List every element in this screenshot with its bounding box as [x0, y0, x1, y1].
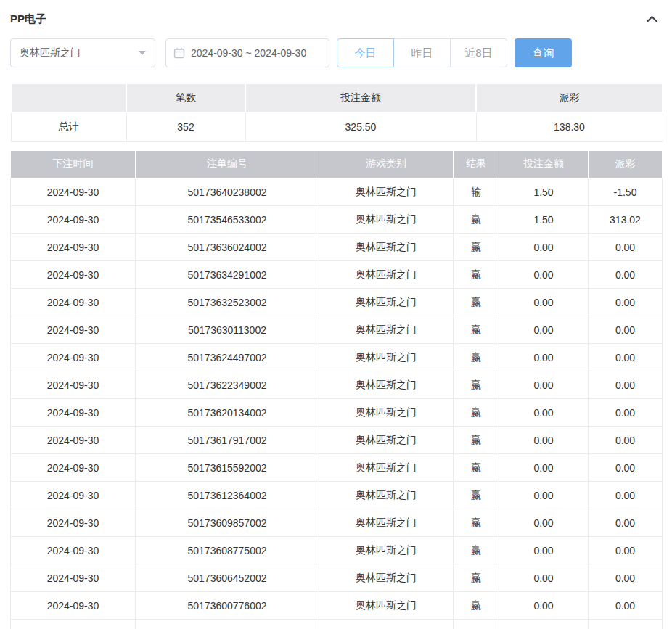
page-title: PP电子	[10, 12, 46, 26]
cell-game-type: 奥林匹斯之门	[319, 454, 454, 482]
cell-bet-time: 2024-09-30	[11, 344, 136, 371]
cell-payout: 0.00	[589, 427, 663, 454]
cell-result: 赢	[454, 537, 499, 564]
section-titlebar: PP电子	[10, 0, 662, 36]
cell-payout: 0.00	[589, 261, 663, 289]
bet-table-body: 2024-09-30 50173640238002 奥林匹斯之门 输 1.50 …	[11, 178, 663, 629]
quick-btn-yesterday[interactable]: 昨日	[393, 38, 451, 67]
cell-bet-time: 2024-09-30	[11, 427, 136, 454]
cell-game-type: 奥林匹斯之门	[319, 178, 454, 206]
cell-game-type	[319, 620, 454, 629]
cell-game-type: 奥林匹斯之门	[319, 316, 454, 344]
cell-payout: 0.00	[589, 371, 663, 399]
cell-payout: 0.00	[589, 316, 663, 344]
cell-result: 赢	[454, 399, 499, 427]
table-row	[11, 620, 663, 629]
summary-header-row: 笔数 投注金额 派彩	[11, 83, 663, 112]
table-row: 2024-09-30 50173600776002 奥林匹斯之门 赢 0.00 …	[11, 592, 663, 620]
cell-bet-amount: 0.00	[499, 371, 589, 399]
table-row: 2024-09-30 50173620134002 奥林匹斯之门 赢 0.00 …	[11, 399, 663, 427]
summary-total-bet: 325.50	[245, 112, 476, 141]
cell-bet-time: 2024-09-30	[11, 537, 136, 564]
cell-game-type: 奥林匹斯之门	[319, 564, 454, 592]
search-button[interactable]: 查询	[515, 38, 572, 67]
cell-order-no: 50173630113002	[136, 316, 319, 344]
cell-order-no: 50173622349002	[136, 371, 319, 399]
date-range-input[interactable]: 2024-09-30 ~ 2024-09-30	[165, 38, 329, 67]
bet-table: 下注时间 注单编号 游戏类别 结果 投注金额 派彩 2024-09-30 501…	[10, 151, 663, 629]
cell-order-no: 50173634291002	[136, 261, 319, 289]
cell-game-type: 奥林匹斯之门	[319, 371, 454, 399]
cell-game-type: 奥林匹斯之门	[319, 206, 454, 234]
bet-table-header-row: 下注时间 注单编号 游戏类别 结果 投注金额 派彩	[11, 151, 663, 178]
cell-result: 赢	[454, 482, 499, 509]
cell-bet-time: 2024-09-30	[11, 399, 136, 427]
cell-payout: 0.00	[589, 564, 663, 592]
cell-bet-amount: 0.00	[499, 537, 589, 564]
cell-game-type: 奥林匹斯之门	[319, 234, 454, 261]
cell-bet-amount: 0.00	[499, 427, 589, 454]
table-row: 2024-09-30 50173612364002 奥林匹斯之门 赢 0.00 …	[11, 482, 663, 509]
cell-order-no	[136, 620, 319, 629]
col-header-order-no: 注单编号	[136, 151, 319, 178]
col-header-game-type: 游戏类别	[319, 151, 454, 178]
cell-order-no: 50173615592002	[136, 454, 319, 482]
cell-payout: 0.00	[589, 399, 663, 427]
summary-total-payout: 138.30	[476, 112, 663, 141]
summary-total-label: 总计	[11, 112, 126, 141]
cell-order-no: 50173606452002	[136, 564, 319, 592]
cell-game-type: 奥林匹斯之门	[319, 399, 454, 427]
quick-btn-today[interactable]: 今日	[337, 38, 394, 67]
cell-payout: 0.00	[589, 289, 663, 316]
cell-game-type: 奥林匹斯之门	[319, 592, 454, 620]
cell-payout: 0.00	[589, 482, 663, 509]
cell-order-no: 50173600776002	[136, 592, 319, 620]
cell-bet-time: 2024-09-30	[11, 289, 136, 316]
cell-bet-time: 2024-09-30	[11, 234, 136, 261]
cell-order-no: 50173617917002	[136, 427, 319, 454]
cell-order-no: 50173624497002	[136, 344, 319, 371]
collapse-chevron-up-icon[interactable]	[647, 16, 658, 28]
cell-bet-amount: 0.00	[499, 564, 589, 592]
filter-bar: 奥林匹斯之门 2024-09-30 ~ 2024-09-30 今日 昨日 近8日…	[10, 38, 662, 67]
cell-result: 赢	[454, 454, 499, 482]
quick-date-button-group: 今日 昨日 近8日	[337, 38, 507, 67]
game-select-value: 奥林匹斯之门	[20, 46, 81, 59]
cell-bet-amount: 0.00	[499, 344, 589, 371]
cell-game-type: 奥林匹斯之门	[319, 509, 454, 537]
cell-game-type: 奥林匹斯之门	[319, 537, 454, 564]
cell-bet-amount: 0.00	[499, 289, 589, 316]
cell-bet-amount	[499, 620, 589, 629]
cell-order-no: 50173632523002	[136, 289, 319, 316]
cell-payout: 0.00	[589, 537, 663, 564]
col-header-bet-time: 下注时间	[11, 151, 136, 178]
cell-bet-time: 2024-09-30	[11, 564, 136, 592]
cell-payout: 0.00	[589, 234, 663, 261]
cell-bet-time	[11, 620, 136, 629]
table-row: 2024-09-30 50173546533002 奥林匹斯之门 赢 1.50 …	[11, 206, 663, 234]
quick-btn-last8days[interactable]: 近8日	[450, 38, 507, 67]
cell-result: 赢	[454, 234, 499, 261]
cell-game-type: 奥林匹斯之门	[319, 427, 454, 454]
cell-order-no: 50173620134002	[136, 399, 319, 427]
table-row: 2024-09-30 50173636024002 奥林匹斯之门 赢 0.00 …	[11, 234, 663, 261]
cell-result: 赢	[454, 261, 499, 289]
cell-order-no: 50173608775002	[136, 537, 319, 564]
game-select[interactable]: 奥林匹斯之门	[10, 38, 155, 67]
cell-bet-amount: 0.00	[499, 399, 589, 427]
table-row: 2024-09-30 50173608775002 奥林匹斯之门 赢 0.00 …	[11, 537, 663, 564]
cell-payout: 0.00	[589, 454, 663, 482]
summary-total-row: 总计 352 325.50 138.30	[11, 112, 663, 141]
cell-bet-amount: 0.00	[499, 261, 589, 289]
cell-bet-time: 2024-09-30	[11, 454, 136, 482]
cell-bet-time: 2024-09-30	[11, 316, 136, 344]
cell-bet-time: 2024-09-30	[11, 371, 136, 399]
cell-bet-amount: 1.50	[499, 178, 589, 206]
cell-payout: -1.50	[589, 178, 663, 206]
cell-result: 赢	[454, 592, 499, 620]
cell-result: 赢	[454, 344, 499, 371]
cell-bet-time: 2024-09-30	[11, 206, 136, 234]
cell-bet-amount: 1.50	[499, 206, 589, 234]
table-row: 2024-09-30 50173609857002 奥林匹斯之门 赢 0.00 …	[11, 509, 663, 537]
summary-header-empty	[11, 83, 126, 112]
